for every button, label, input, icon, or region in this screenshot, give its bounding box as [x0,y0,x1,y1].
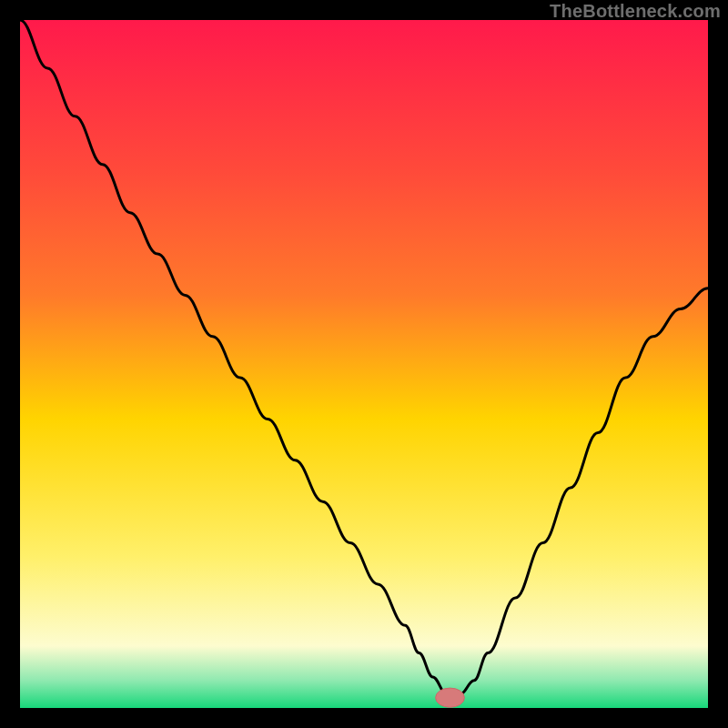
gradient-background [20,20,708,708]
optimum-marker [436,688,465,707]
watermark-text: TheBottleneck.com [550,1,721,22]
plot-svg [20,20,708,708]
chart-frame: TheBottleneck.com [0,0,728,728]
plot-area [20,20,708,708]
